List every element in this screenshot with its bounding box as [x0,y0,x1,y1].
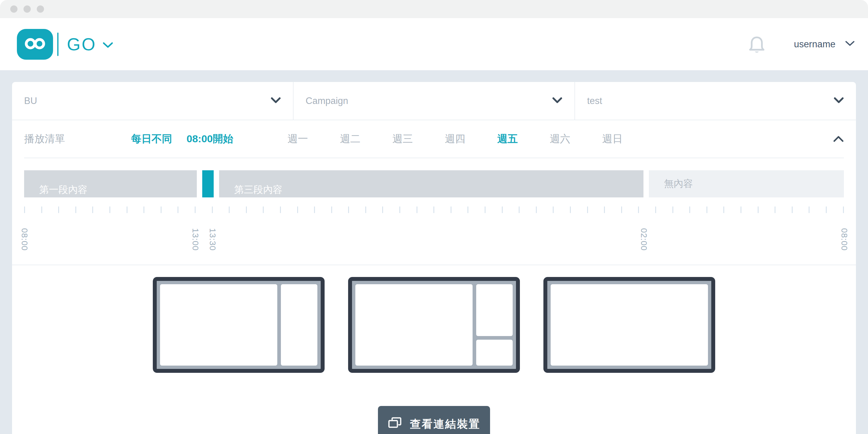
time-label: 08:00 [839,228,849,251]
window-control-dot[interactable] [24,5,31,13]
timeline-bars: 第一段內容第三段內容無內容 [24,170,844,197]
ruler-tick [58,207,59,213]
weekday-tabs: 週一週二週三週四週五週六週日 [287,132,623,146]
app-window: GO username BUCampaigntest [0,0,868,434]
playlist-start-time[interactable]: 08:00開始 [187,132,233,146]
ruler-tick [655,207,656,213]
ruler-tick [212,207,213,213]
filter-dropdown-2[interactable]: Campaign [293,82,575,120]
chevron-down-icon [834,97,844,104]
ruler-tick [638,207,639,213]
app-header: GO username [0,18,868,70]
layout-fullscreen [544,277,715,373]
time-label: 02:00 [639,228,649,251]
screen-column [355,284,472,366]
ruler-tick [314,207,315,213]
ruler-tick [741,207,741,213]
screen-pane [551,284,708,366]
ruler-tick [297,207,298,213]
ruler-tick [758,207,758,213]
device-screens [153,277,715,373]
ruler-tick [127,207,127,213]
ruler-tick [689,207,690,213]
ruler-tick [399,207,400,213]
screen-pane [476,340,513,366]
ruler-tick [178,207,179,213]
ruler-tick [826,207,827,213]
ruler-tick [161,207,161,213]
filter-row: BUCampaigntest [12,82,856,120]
chevron-down-icon [271,97,281,104]
ruler-tick [110,207,110,213]
screen-column [476,284,513,366]
ruler-tick [382,207,383,213]
ruler-tick [24,207,25,213]
ruler-tick [246,207,247,213]
ruler-tick [280,207,281,213]
timeline-segment-1[interactable]: 第一段內容 [24,170,197,197]
weekday-tab-週日[interactable]: 週日 [602,132,623,146]
screen-pane [281,284,317,366]
timeline-segment-3[interactable]: 第三段內容 [219,170,644,197]
weekday-tab-週六[interactable]: 週六 [550,132,570,146]
bell-icon[interactable] [749,35,765,54]
screen-column [160,284,277,366]
chevron-down-icon [845,41,855,48]
ruler-tick [775,207,775,213]
filter-value: test [587,96,834,106]
weekday-tab-週一[interactable]: 週一 [287,132,308,146]
devices-section: 查看連結裝置 [12,265,856,434]
weekday-tab-週二[interactable]: 週二 [340,132,361,146]
ruler-tick [195,207,195,213]
ruler-tick [843,207,844,213]
main-panel: BUCampaigntest 播放清單 每日不同 08:00開始 週一週二週三週… [12,82,856,434]
ruler-tick [553,207,554,213]
chevron-up-icon[interactable] [833,135,844,143]
ruler-tick [519,207,520,213]
window-titlebar [0,0,868,18]
weekday-tab-週四[interactable]: 週四 [445,132,465,146]
time-label: 13:00 [190,228,200,251]
view-linked-devices-button[interactable]: 查看連結裝置 [378,406,490,434]
screen-pane [355,284,472,366]
ruler-tick [587,207,588,213]
filter-dropdown-1[interactable]: BU [12,82,293,120]
screen-column [551,284,708,366]
app-name: GO [67,34,96,54]
ruler-tick [809,207,809,213]
weekday-tab-週五[interactable]: 週五 [497,132,518,146]
filter-dropdown-3[interactable]: test [575,82,856,120]
ruler-tick [92,207,93,213]
infinity-icon [23,37,47,52]
ruler-tick [144,207,144,213]
timeline-segment-4[interactable]: 無內容 [649,170,844,197]
ruler-tick [485,207,486,213]
layout-main-plus-side-split [348,277,520,373]
window-control-dot[interactable] [37,5,44,13]
user-menu[interactable]: username [794,39,855,50]
chevron-down-icon[interactable] [102,42,113,50]
ruler-tick [348,207,349,213]
playlist-mode[interactable]: 每日不同 [131,132,172,146]
view-linked-devices-label: 查看連結裝置 [410,417,480,432]
ruler-tick [331,207,332,213]
time-label: 13:30 [208,228,217,251]
content-area: BUCampaigntest 播放清單 每日不同 08:00開始 週一週二週三週… [0,70,868,434]
ruler-tick [723,207,724,213]
window-control-dot[interactable] [10,5,18,13]
brand-logo[interactable] [17,29,53,60]
ruler-tick [263,207,264,213]
ruler-tick [451,207,452,213]
ruler-tick [792,207,793,213]
chevron-down-icon [552,97,562,104]
ruler-tick [621,207,622,213]
weekday-tab-週三[interactable]: 週三 [393,132,413,146]
timeline: 第一段內容第三段內容無內容 08:0013:0013:3002:0008:00 [12,158,856,265]
filter-value: Campaign [306,96,552,106]
ruler-tick [502,207,503,213]
ruler-tick [229,207,230,213]
brand-divider [57,33,59,56]
ruler-tick [416,207,417,213]
timeline-segment-2[interactable] [202,170,214,197]
ruler-tick [433,207,434,213]
